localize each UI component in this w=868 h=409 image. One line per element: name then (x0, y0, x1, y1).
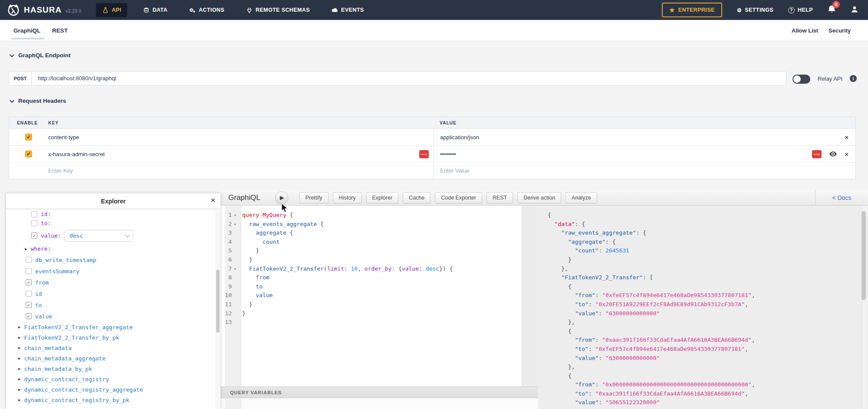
password-manager-icon[interactable]: •••| (419, 150, 429, 158)
explorer-checkbox[interactable]: ✓ (26, 302, 32, 308)
expand-arrow-icon[interactable]: ▶ (18, 366, 20, 371)
settings-button[interactable]: ⚙ SETTINGS (737, 7, 773, 13)
endpoint-url-input[interactable] (32, 72, 786, 85)
help-button[interactable]: ? HELP (788, 7, 813, 13)
query-editor[interactable]: 1▾query MyQuery {2▾ raw_events_aggregate… (220, 206, 522, 386)
explorer-checkbox[interactable]: ✓ (31, 232, 37, 239)
expand-arrow-icon[interactable]: ▶ (18, 325, 20, 329)
explorer-checkbox[interactable] (31, 211, 37, 217)
graphql-endpoint-section-header[interactable]: GraphQL Endpoint (10, 52, 71, 59)
new-header-value-input[interactable] (440, 167, 685, 174)
explorer-item-id[interactable]: id: (31, 209, 215, 219)
password-manager-icon[interactable]: •••| (812, 150, 822, 158)
explorer-checkbox[interactable] (26, 257, 32, 263)
explorer-item-where[interactable]: ▶where: (25, 243, 215, 254)
explorer-button[interactable]: Explorer (366, 192, 399, 203)
expand-arrow-icon[interactable]: ▶ (25, 247, 27, 251)
prettify-button[interactable]: Prettify (299, 192, 329, 203)
enterprise-button[interactable]: ★ ENTERPRISE (662, 3, 722, 17)
close-icon[interactable]: × (210, 196, 215, 205)
explorer-item-from[interactable]: ✓from (26, 277, 215, 288)
expand-arrow-icon[interactable]: ▶ (18, 356, 20, 360)
relay-api-toggle[interactable] (792, 75, 810, 84)
fold-arrow-icon[interactable]: ▾ (233, 220, 240, 229)
explorer-item-chain_metadata_by_pk[interactable]: ▶chain_metadata_by_pk (18, 363, 215, 374)
editor-scroll-gutter[interactable] (522, 206, 538, 409)
security-link[interactable]: Security (829, 20, 851, 41)
tab-rest[interactable]: REST (52, 20, 68, 41)
header-key-cell[interactable]: content-type (48, 134, 433, 141)
notifications-button[interactable]: 8 (828, 5, 836, 15)
line-number: 7 (220, 265, 233, 274)
explorer-checkbox[interactable]: ✓ (26, 313, 32, 319)
nav-item-events[interactable]: EVENTS (326, 3, 370, 17)
execute-query-button[interactable]: ▶ (275, 191, 288, 204)
nav-item-data[interactable]: DATA (137, 3, 173, 17)
explorer-checkbox[interactable] (26, 291, 32, 297)
request-headers-section-header[interactable]: Request Headers (10, 98, 66, 104)
header-enabled-checkbox[interactable]: ✓ (25, 151, 32, 157)
sort-direction-dropdown[interactable]: desc (65, 230, 133, 242)
explorer-item-FiatTokenV2_2_Transfer_by_pk[interactable]: ▶FiatTokenV2_2_Transfer_by_pk (18, 332, 215, 343)
rest-button[interactable]: REST (487, 192, 513, 203)
nav-item-label: ACTIONS (199, 7, 224, 13)
explorer-checkbox[interactable] (31, 220, 37, 226)
expand-arrow-icon[interactable]: ▶ (18, 335, 20, 340)
header-enabled-checkbox[interactable]: ✓ (25, 134, 32, 141)
nav-item-actions[interactable]: ⚙ACTIONS (183, 3, 230, 17)
query-variables-bar[interactable]: QUERY VARIABLES (220, 386, 538, 398)
new-header-key-input[interactable] (48, 167, 276, 174)
expand-arrow-icon[interactable]: ▶ (18, 346, 20, 350)
cache-button[interactable]: Cache (403, 192, 431, 203)
reveal-value-button[interactable] (829, 151, 837, 157)
explorer-scrollbar-thumb[interactable] (216, 270, 220, 333)
fold-arrow-icon[interactable]: ▾ (233, 265, 240, 274)
docs-button[interactable]: < Docs (832, 194, 852, 201)
line-number: 10 (220, 291, 233, 300)
explorer-item-dynamic_contract_registry[interactable]: ▶dynamic_contract_registry (18, 374, 215, 384)
explorer-item-to[interactable]: ✓to (26, 299, 215, 311)
response-scrollbar-track[interactable] (862, 206, 867, 409)
explorer-item-db_write_timestamp[interactable]: db_write_timestamp (26, 254, 215, 265)
star-icon: ★ (669, 7, 675, 13)
explorer-item-id[interactable]: id (26, 288, 215, 299)
explorer-item-dynamic_contract_registry_aggregate[interactable]: ▶dynamic_contract_registry_aggregate (18, 384, 215, 395)
history-button[interactable]: History (333, 192, 362, 203)
editor-line: 6 } (220, 255, 522, 265)
expand-arrow-icon[interactable]: ▶ (18, 377, 20, 381)
derive-action-button[interactable]: Derive action (517, 192, 561, 203)
explorer-item-value[interactable]: ✓value:desc (31, 228, 215, 243)
response-scrollbar-thumb[interactable] (861, 211, 866, 300)
remove-header-button[interactable]: × (845, 151, 848, 158)
info-icon[interactable]: i (850, 75, 857, 82)
response-line: "FiatTokenV2_2_Transfer": [ (548, 273, 755, 282)
explorer-item-dynamic_contract_registry_by_pk[interactable]: ▶dynamic_contract_registry_by_pk (18, 395, 215, 405)
analyze-button[interactable]: Analyze (566, 192, 597, 203)
headers-table-head: ENABLE KEY VALUE (9, 117, 855, 129)
nav-item-api[interactable]: API (96, 3, 127, 17)
expand-arrow-icon[interactable]: ▶ (18, 398, 20, 402)
explorer-scrollbar-track[interactable] (215, 209, 220, 409)
explorer-item-chain_metadata[interactable]: ▶chain_metadata (18, 343, 215, 353)
explorer-checkbox[interactable]: ✓ (26, 279, 32, 285)
explorer-item-to[interactable]: to: (31, 219, 215, 228)
user-menu-button[interactable] (851, 5, 858, 15)
variables-editor[interactable] (220, 398, 538, 409)
fold-arrow-icon[interactable]: ▾ (233, 211, 240, 220)
explorer-item-value[interactable]: ✓value (26, 311, 215, 322)
remove-header-button[interactable]: × (845, 134, 848, 141)
explorer-item-chain_metadata_aggregate[interactable]: ▶chain_metadata_aggregate (18, 353, 215, 363)
nav-item-remote-schemas[interactable]: REMOTE SCHEMAS (240, 3, 316, 17)
header-value-cell[interactable]: application/json× (433, 129, 855, 145)
explorer-item-FiatTokenV2_2_Transfer_aggregate[interactable]: ▶FiatTokenV2_2_Transfer_aggregate (18, 322, 215, 332)
expand-arrow-icon[interactable]: ▶ (18, 387, 20, 392)
toolbar-buttons: PrettifyHistoryExplorerCacheCode Exporte… (299, 192, 597, 203)
header-value-cell[interactable]: •••••••••••|× (433, 146, 855, 162)
header-key-cell[interactable]: x-hasura-admin-secret•••| (48, 150, 433, 158)
explorer-checkbox[interactable] (26, 268, 32, 274)
explorer-item-eventsSummary[interactable]: eventsSummary (26, 265, 215, 277)
code-exporter-button[interactable]: Code Exporter (435, 192, 482, 203)
fold-gutter (233, 273, 240, 282)
hasura-brand[interactable]: HASURA v2.23.0 (7, 3, 81, 16)
allow-list-link[interactable]: Allow List (792, 20, 818, 41)
